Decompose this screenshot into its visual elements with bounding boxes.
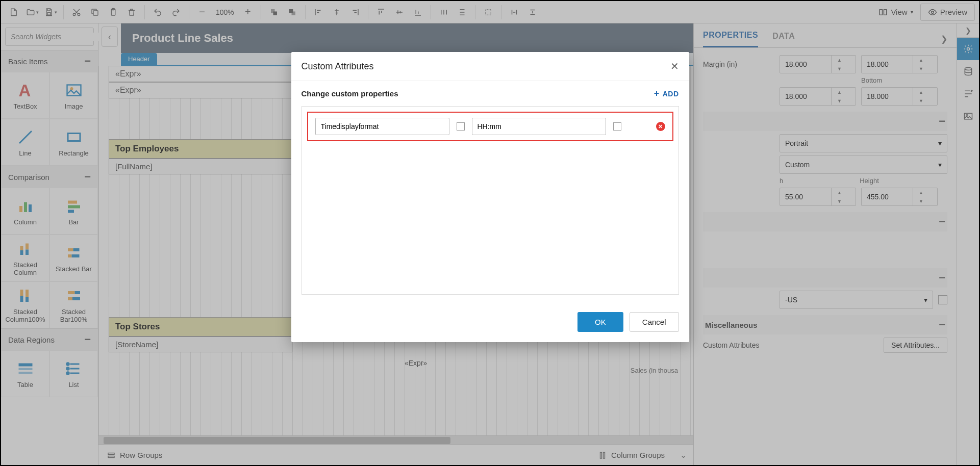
attribute-checkbox-2[interactable] [613,122,621,131]
attribute-name-input[interactable] [315,118,449,135]
modal-overlay: Custom Attributes ✕ Change custom proper… [1,1,979,465]
attribute-value-input[interactable] [472,118,606,135]
dialog-close-button[interactable]: ✕ [670,60,679,72]
attributes-list: ✕ [301,106,679,295]
add-attribute-button[interactable]: + ADD [654,88,679,99]
attribute-checkbox-1[interactable] [457,122,465,131]
cancel-button[interactable]: Cancel [630,312,679,332]
delete-attribute-button[interactable]: ✕ [656,122,665,131]
dialog-subtitle: Change custom properties [301,89,398,98]
custom-attributes-dialog: Custom Attributes ✕ Change custom proper… [291,52,689,342]
ok-button[interactable]: OK [577,312,623,332]
attribute-row: ✕ [307,112,673,141]
dialog-title: Custom Attributes [301,61,374,72]
